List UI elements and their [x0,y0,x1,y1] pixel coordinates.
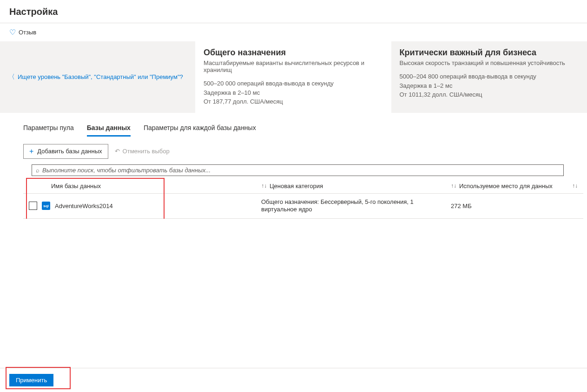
tab-per-db[interactable]: Параметры для каждой базы данных [144,124,256,137]
sort-icon: ↑↓ [572,183,578,189]
heart-icon: ♡ [9,28,16,37]
add-label: Добавить базы данных [37,148,102,155]
page-title: Настройка [0,0,587,23]
tab-databases[interactable]: Базы данных [87,124,131,137]
plus-icon: + [29,147,33,156]
database-icon: sql [42,202,50,210]
column-name[interactable]: Имя базы данных [29,183,261,189]
chevron-left-icon: 〈 [8,73,15,81]
column-space[interactable]: ↑↓ Используемое место для данных ↑↓ [438,183,578,189]
db-space: 272 МБ [438,203,578,209]
tier-price: От 187,77 долл. США/месяц [204,97,383,106]
tier-iops: 500–20 000 операций ввода-вывода в секун… [204,79,383,88]
tier-legacy-text: Ищете уровень "Базовый", "Стандартный" и… [18,73,183,80]
search-icon: ⌕ [36,167,40,174]
feedback-link[interactable]: ♡ Отзыв [0,23,587,41]
tier-section: 〈 Ищете уровень "Базовый", "Стандартный"… [0,41,587,113]
tabs: Параметры пула Базы данных Параметры для… [0,113,587,137]
tier-latency: Задержка в 2–10 мс [204,88,383,98]
tier-iops: 5000–204 800 операций ввода-вывода в сек… [400,72,579,81]
tier-card-general[interactable]: Общего назначения Масштабируемые вариант… [195,41,391,113]
toolbar: + Добавить базы данных ↶ Отменить выбор [0,137,587,164]
search-box[interactable]: ⌕ [32,164,564,176]
tier-title: Общего назначения [204,48,383,58]
tier-title: Критически важный для бизнеса [400,48,579,58]
row-checkbox[interactable] [29,202,37,210]
tab-pool[interactable]: Параметры пула [23,124,74,137]
column-tier[interactable]: ↑↓ Ценовая категория [261,183,438,189]
reset-label: Отменить выбор [123,148,170,155]
reset-selection-button[interactable]: ↶ Отменить выбор [115,148,170,155]
tier-subtitle: Масштабируемые варианты вычислительных р… [204,59,383,73]
feedback-label: Отзыв [19,29,36,36]
table-row[interactable]: sql AdventureWorks2014 Общего назначения… [23,194,583,219]
tier-card-critical[interactable]: Критически важный для бизнеса Высокая ск… [391,41,587,113]
tier-price: От 1011,32 долл. США/месяц [400,90,579,99]
undo-icon: ↶ [115,148,120,155]
databases-table: Имя базы данных ↑↓ Ценовая категория ↑↓ … [23,179,583,219]
sort-icon: ↑↓ [451,183,456,189]
sort-icon: ↑↓ [261,183,267,189]
search-input[interactable] [42,167,560,174]
tier-legacy-link[interactable]: 〈 Ищете уровень "Базовый", "Стандартный"… [0,41,195,113]
db-tier: Общего назначения: Бессерверный, 5-го по… [261,198,438,214]
db-name: AdventureWorks2014 [55,203,113,209]
add-databases-button[interactable]: + Добавить базы данных [23,144,108,159]
tier-latency: Задержка в 1–2 мс [400,81,579,91]
table-header: Имя базы данных ↑↓ Ценовая категория ↑↓ … [23,179,583,194]
tier-subtitle: Высокая скорость транзакций и повышенная… [400,59,579,66]
